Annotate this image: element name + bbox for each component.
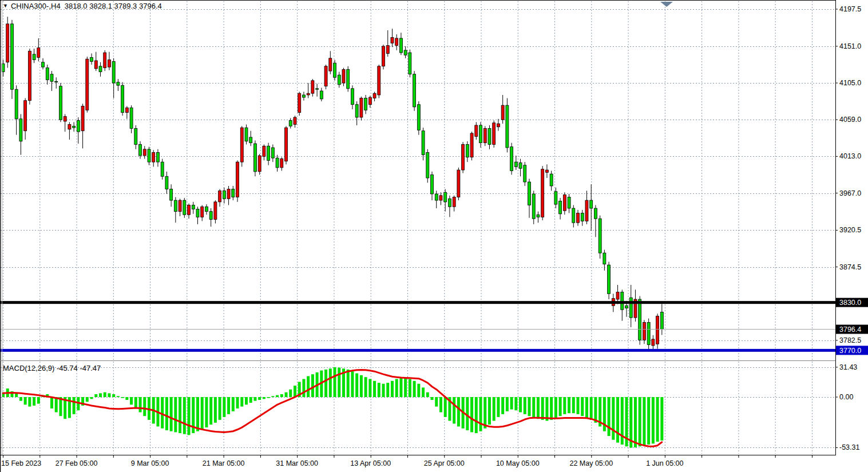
macd-bar bbox=[117, 396, 120, 397]
hline-black[interactable] bbox=[0, 301, 835, 304]
candle-body bbox=[373, 93, 376, 98]
candle-body bbox=[24, 101, 27, 131]
time-axis-label[interactable]: 10 May 05:00 bbox=[496, 459, 540, 467]
candle-body bbox=[439, 196, 442, 200]
candle-body bbox=[355, 105, 358, 117]
candle-body bbox=[28, 51, 31, 100]
macd-bar bbox=[311, 374, 314, 397]
macd-bar bbox=[493, 397, 496, 421]
candle-body bbox=[351, 89, 354, 105]
macd-bar bbox=[214, 397, 217, 423]
candle-body bbox=[196, 209, 199, 217]
macd-bar bbox=[577, 397, 580, 414]
candle-body bbox=[121, 85, 124, 112]
macd-bar bbox=[457, 397, 460, 426]
candle-body bbox=[475, 125, 478, 137]
price-axis-label: 4197.5 bbox=[839, 5, 861, 13]
macd-bar bbox=[324, 370, 327, 397]
price-axis-label: 4059.0 bbox=[839, 116, 861, 124]
candle-body bbox=[205, 207, 208, 211]
candle-body bbox=[156, 152, 159, 162]
macd-bar bbox=[271, 396, 274, 397]
price-badge-label: 3770.0 bbox=[839, 347, 861, 355]
macd-bar bbox=[258, 397, 261, 400]
macd-bar bbox=[395, 379, 398, 397]
macd-bar bbox=[112, 394, 115, 397]
candle-body bbox=[599, 219, 601, 253]
candle-body bbox=[42, 62, 45, 67]
macd-bar bbox=[594, 397, 597, 423]
candle-body bbox=[483, 129, 486, 143]
candle-body bbox=[506, 105, 509, 148]
macd-bar bbox=[289, 390, 292, 397]
macd-bar bbox=[444, 397, 447, 417]
time-axis-label[interactable]: 13 Apr 05:00 bbox=[350, 459, 391, 467]
candle-body bbox=[625, 306, 628, 308]
time-axis-label[interactable]: 9 Mar 05:00 bbox=[131, 459, 169, 467]
macd-bar bbox=[483, 397, 486, 429]
time-axis-label[interactable]: 15 Feb 2023 bbox=[1, 459, 41, 467]
candle-body bbox=[585, 200, 588, 221]
candle-body bbox=[395, 38, 398, 46]
macd-bar bbox=[139, 397, 142, 412]
macd-bar bbox=[590, 397, 593, 420]
hline-blue[interactable] bbox=[0, 349, 835, 352]
time-axis-label[interactable]: 22 May 05:00 bbox=[569, 459, 613, 467]
candle-body bbox=[347, 69, 350, 88]
price-badge-label: 3796.4 bbox=[839, 326, 861, 334]
candle-body bbox=[545, 170, 548, 172]
candle-body bbox=[342, 69, 345, 83]
macd-bar bbox=[73, 397, 76, 414]
macd-bar bbox=[466, 397, 469, 430]
macd-bar bbox=[94, 394, 97, 397]
macd-bar bbox=[545, 397, 548, 421]
candle-body bbox=[519, 163, 522, 169]
macd-bar bbox=[510, 397, 513, 410]
macd-bar bbox=[108, 393, 110, 397]
symbol-dropdown-icon[interactable]: ▼ bbox=[3, 2, 8, 10]
time-axis-label[interactable]: 27 Feb 05:00 bbox=[56, 459, 98, 467]
candle-body bbox=[125, 108, 128, 112]
macd-bar bbox=[205, 397, 208, 427]
candle-body bbox=[497, 124, 500, 127]
candle-body bbox=[90, 57, 93, 61]
trading-chart-window: 4197.54151.04105.04059.04013.03967.03920… bbox=[0, 0, 868, 472]
macd-bar bbox=[55, 397, 58, 412]
candle-body bbox=[647, 323, 650, 345]
macd-bar bbox=[143, 397, 146, 416]
candle-body bbox=[431, 174, 434, 193]
macd-bar bbox=[572, 397, 575, 413]
candle-body bbox=[386, 45, 389, 53]
macd-bar bbox=[404, 378, 407, 397]
time-axis-label[interactable]: 25 Apr 05:00 bbox=[424, 459, 465, 467]
candle-body bbox=[652, 339, 655, 346]
time-axis-label[interactable]: 21 Mar 05:00 bbox=[203, 459, 245, 467]
macd-bar bbox=[453, 397, 455, 423]
candle-body bbox=[621, 292, 624, 310]
macd-bar bbox=[475, 397, 478, 433]
candle-body bbox=[223, 191, 225, 199]
macd-bar bbox=[528, 397, 531, 416]
candle-body bbox=[660, 312, 663, 329]
macd-axis-label: 31.43 bbox=[839, 363, 857, 371]
candle-body bbox=[152, 152, 155, 162]
candle-body bbox=[289, 121, 292, 126]
time-axis-label[interactable]: 31 Mar 05:00 bbox=[276, 459, 318, 467]
macd-bar bbox=[422, 387, 425, 397]
macd-bar bbox=[409, 379, 411, 397]
macd-bar bbox=[196, 397, 199, 431]
candle-body bbox=[64, 117, 66, 121]
candle-body bbox=[581, 213, 584, 221]
candle-body bbox=[426, 152, 429, 178]
chart-canvas[interactable]: 4197.54151.04105.04059.04013.03967.03920… bbox=[0, 0, 868, 472]
candle-body bbox=[391, 38, 394, 43]
macd-bar bbox=[612, 397, 615, 440]
candle-body bbox=[457, 170, 460, 197]
macd-bar bbox=[559, 397, 562, 416]
macd-bar bbox=[470, 397, 473, 432]
price-axis-label: 3874.5 bbox=[839, 263, 861, 271]
time-axis-label[interactable]: 1 Jun 05:00 bbox=[646, 459, 683, 467]
candle-body bbox=[258, 156, 261, 172]
macd-bar bbox=[647, 397, 650, 445]
candle-body bbox=[559, 201, 562, 213]
